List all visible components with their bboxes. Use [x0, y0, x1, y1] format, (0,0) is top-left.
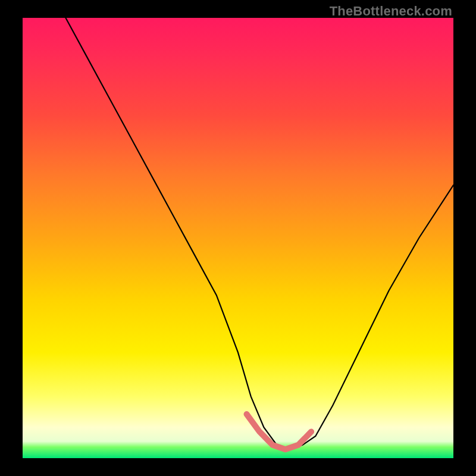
- chart-frame: TheBottleneck.com: [0, 0, 476, 476]
- plot-area: [23, 18, 453, 458]
- watermark-text: TheBottleneck.com: [330, 4, 452, 19]
- highlight-minimum: [247, 414, 312, 449]
- bottleneck-curve: [65, 18, 453, 449]
- curve-svg: [23, 18, 453, 458]
